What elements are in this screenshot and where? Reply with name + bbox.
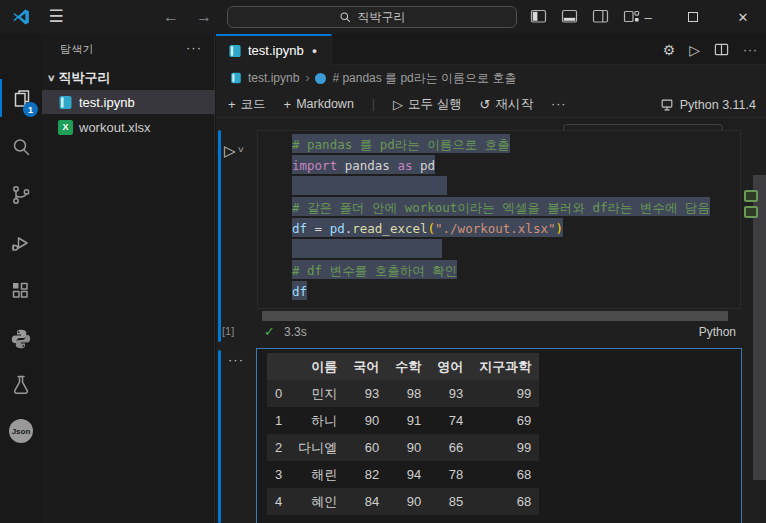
explorer-sidebar: 탐색기 ··· ∨ 직박구리 test.ipynb X workout.xlsx [42, 34, 215, 523]
minimize-button[interactable]: – [626, 0, 670, 34]
editor-group: test.ipynb ● ⚙ ▷ ··· test.ipynb › # pand… [216, 34, 766, 523]
dirty-indicator-icon[interactable]: ● [312, 46, 317, 56]
chevron-down-icon: ∨ [47, 73, 56, 83]
tab-test-ipynb[interactable]: test.ipynb ● [216, 34, 332, 65]
breadcrumb: test.ipynb › # pandas 를 pd라는 이름으로 호출 [216, 65, 766, 91]
cell-code-editor[interactable]: # pandas 를 pd라는 이름으로 호출import pandas as … [257, 130, 741, 309]
run-debug-icon[interactable] [0, 222, 42, 264]
vertical-scrollbar[interactable] [753, 175, 766, 480]
source-control-icon[interactable] [0, 174, 42, 216]
settings-gear-icon[interactable]: ⚙ [663, 42, 676, 58]
vscode-logo-icon [11, 7, 31, 27]
restart-icon: ↺ [480, 97, 491, 112]
code-line[interactable]: # df 변수를 호출하여 확인 [258, 260, 740, 281]
json-extension-icon[interactable]: Json [0, 410, 42, 452]
explorer-badge: 1 [23, 102, 38, 117]
toolbar-more-actions-icon[interactable]: ··· [551, 97, 567, 111]
run-cell-button[interactable]: ▷ ∨ [224, 142, 243, 160]
breadcrumb-cell[interactable]: # pandas 를 pd라는 이름으로 호출 [332, 70, 516, 87]
overview-ruler-marker [744, 190, 758, 202]
toggle-primary-sidebar-icon[interactable] [530, 8, 547, 25]
table-row: 0민지93989399 [267, 380, 539, 407]
code-line[interactable] [258, 239, 740, 260]
overview-ruler-marker [744, 206, 758, 218]
search-view-icon[interactable] [0, 126, 42, 168]
maximize-button[interactable] [671, 0, 715, 34]
table-cell: 82 [345, 461, 387, 488]
column-header: 영어 [429, 353, 471, 380]
table-cell: 68 [471, 461, 539, 488]
code-token: pd [330, 221, 345, 236]
extensions-icon[interactable] [0, 270, 42, 312]
python-extension-icon[interactable] [0, 318, 42, 360]
search-text: 직박구리 [358, 9, 406, 26]
file-item-test-ipynb[interactable]: test.ipynb [42, 90, 215, 114]
table-cell: 94 [387, 461, 429, 488]
cell-output: 이름국어수학영어지구과학0민지939893991하니909174692다니엘60… [256, 348, 742, 523]
kernel-picker[interactable]: Python 3.11.4 [660, 91, 756, 118]
row-index: 1 [267, 407, 290, 434]
table-cell: 해린 [290, 461, 345, 488]
test-flask-icon[interactable] [0, 364, 42, 406]
run-all-icon: ▷ [393, 97, 403, 112]
search-icon [339, 11, 352, 24]
table-cell: 74 [429, 407, 471, 434]
split-editor-icon[interactable] [714, 42, 729, 57]
title-bar: ☰ ← → 직박구리 [0, 0, 766, 34]
table-cell: 84 [345, 488, 387, 515]
breadcrumb-separator: › [305, 71, 309, 85]
nav-back-icon[interactable]: ← [160, 6, 182, 28]
close-button[interactable]: ✕ [721, 0, 765, 34]
explorer-icon[interactable]: 1 [0, 78, 42, 120]
cell-language-label[interactable]: Python [699, 325, 736, 339]
row-index: 3 [267, 461, 290, 488]
code-line[interactable]: # pandas 를 pd라는 이름으로 호출 [258, 134, 740, 155]
folder-root[interactable]: ∨ 직박구리 [42, 66, 215, 89]
table-cell: 98 [387, 380, 429, 407]
nav-forward-icon[interactable]: → [193, 6, 215, 28]
tab-bar: test.ipynb ● ⚙ ▷ ··· [216, 34, 766, 65]
table-cell: 93 [429, 380, 471, 407]
kernel-icon [660, 98, 674, 112]
file-item-workout-xlsx[interactable]: X workout.xlsx [42, 115, 215, 139]
add-markdown-cell-button[interactable]: + Markdown [284, 97, 354, 112]
sidebar-more-actions-icon[interactable]: ··· [186, 40, 202, 55]
add-code-cell-button[interactable]: + 코드 [228, 96, 266, 113]
command-center-search[interactable]: 직박구리 [227, 6, 517, 28]
notebook-file-icon [228, 44, 242, 58]
code-token: df [292, 221, 307, 236]
notebook-file-icon [58, 95, 73, 110]
code-line[interactable]: import pandas as pd [258, 155, 740, 176]
output-more-actions-icon[interactable]: ··· [228, 352, 244, 367]
run-editor-icon[interactable]: ▷ [689, 42, 700, 58]
code-line[interactable]: df = pd.read_excel("./workout.xlsx") [258, 218, 740, 239]
run-all-button[interactable]: ▷ 모두 실행 [393, 96, 461, 113]
toggle-secondary-sidebar-icon[interactable] [592, 8, 609, 25]
code-token: # df 변수를 호출하여 확인 [292, 263, 457, 278]
row-index: 2 [267, 434, 290, 461]
plus-icon: + [284, 97, 292, 112]
breadcrumb-file[interactable]: test.ipynb [248, 71, 299, 85]
code-line[interactable]: # 같은 폴더 안에 workout이라는 엑셀을 불러와 df라는 변수에 담… [258, 197, 740, 218]
toolbar-divider: | [372, 97, 375, 111]
table-cell: 하니 [290, 407, 345, 434]
editor-more-actions-icon[interactable]: ··· [743, 43, 758, 57]
sidebar-title: 탐색기 [60, 42, 94, 57]
code-line[interactable] [258, 176, 740, 197]
success-check-icon: ✓ [264, 324, 275, 339]
toggle-panel-icon[interactable] [561, 8, 578, 25]
execution-count: [1] [222, 325, 234, 337]
horizontal-scrollbar[interactable] [262, 311, 728, 321]
file-name: test.ipynb [79, 95, 135, 110]
code-token: read_excel [352, 221, 427, 236]
table-cell: 민지 [290, 380, 345, 407]
code-line[interactable]: df [258, 281, 740, 302]
code-token: as [397, 158, 412, 173]
activity-bar: 1 [0, 34, 42, 523]
restart-kernel-button[interactable]: ↺ 재시작 [480, 96, 533, 113]
table-row: 4혜인84908568 [267, 488, 539, 515]
table-cell: 91 [387, 407, 429, 434]
table-cell: 69 [471, 407, 539, 434]
table-cell: 93 [345, 380, 387, 407]
menu-icon[interactable]: ☰ [45, 7, 67, 27]
